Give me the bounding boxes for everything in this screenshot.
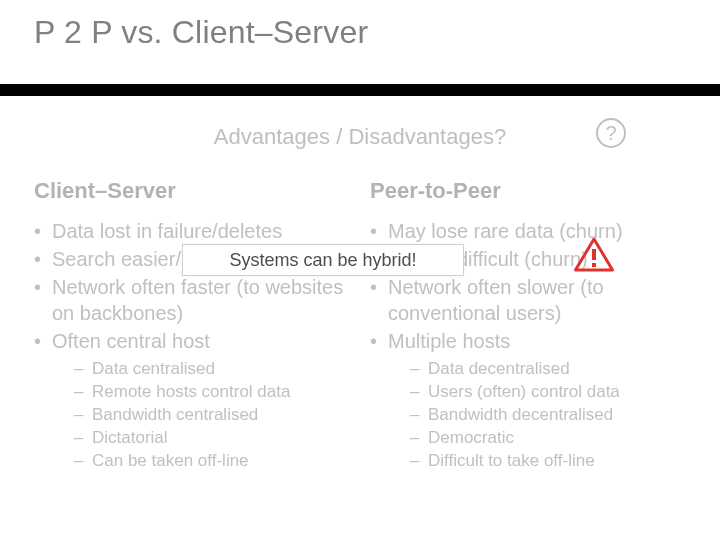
list-item: Difficult to take off-line (410, 450, 686, 473)
list-item: Dictatorial (74, 427, 350, 450)
list-item: Data centralised (74, 358, 350, 381)
warning-triangle-icon (574, 237, 614, 273)
left-heading: Client–Server (34, 178, 350, 204)
columns: Client–Server Data lost in failure/delet… (34, 178, 686, 475)
list-item: Network often slower (to conventional us… (370, 274, 686, 326)
list-item: Data decentralised (410, 358, 686, 381)
svg-rect-2 (592, 263, 596, 267)
left-column: Client–Server Data lost in failure/delet… (34, 178, 350, 475)
hybrid-callout: Systems can be hybrid! (182, 244, 464, 276)
title-underline-bar (0, 84, 720, 96)
slide-title: P 2 P vs. Client–Server (34, 14, 368, 51)
svg-rect-1 (592, 249, 596, 260)
list-item: Network often faster (to websites on bac… (34, 274, 350, 326)
right-column: Peer-to-Peer May lose rare data (churn) … (370, 178, 686, 475)
list-item: Often central host Data centralised Remo… (34, 328, 350, 473)
list-item: Remote hosts control data (74, 381, 350, 404)
right-heading: Peer-to-Peer (370, 178, 686, 204)
list-item: Bandwidth centralised (74, 404, 350, 427)
list-item: Multiple hosts Data decentralised Users … (370, 328, 686, 473)
list-item: Can be taken off-line (74, 450, 350, 473)
right-sub-bullets: Data decentralised Users (often) control… (410, 358, 686, 473)
left-sub-bullets: Data centralised Remote hosts control da… (74, 358, 350, 473)
list-item: Bandwidth decentralised (410, 404, 686, 427)
list-item: Data lost in failure/deletes (34, 218, 350, 244)
list-item-label: Often central host (52, 330, 210, 352)
slide: P 2 P vs. Client–Server Advantages / Dis… (0, 0, 720, 540)
list-item: Democratic (410, 427, 686, 450)
list-item: May lose rare data (churn) (370, 218, 686, 244)
question-mark-icon: ? (596, 118, 626, 148)
list-item-label: Multiple hosts (388, 330, 510, 352)
list-item: Users (often) control data (410, 381, 686, 404)
